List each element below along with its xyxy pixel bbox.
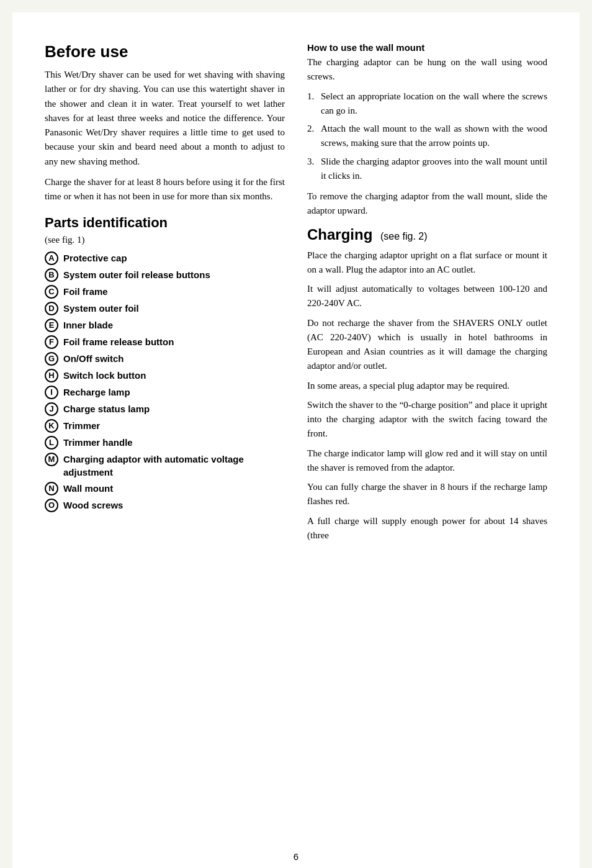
list-item: L Trimmer handle bbox=[45, 436, 285, 450]
list-item: N Wall mount bbox=[45, 482, 285, 495]
part-label-d: D bbox=[45, 302, 58, 315]
before-use-para2: Charge the shaver for at least 8 hours b… bbox=[45, 175, 285, 204]
list-item: G On/Off switch bbox=[45, 352, 285, 366]
list-item: O Wood screws bbox=[45, 499, 285, 512]
part-label-c: C bbox=[45, 285, 58, 299]
part-text-e: Inner blade bbox=[63, 319, 285, 332]
list-item: M Charging adaptor with automatic voltag… bbox=[45, 453, 285, 479]
part-label-b: B bbox=[45, 268, 58, 282]
part-label-g: G bbox=[45, 352, 58, 366]
list-item: A Protective cap bbox=[45, 251, 285, 265]
before-use-title: Before use bbox=[45, 42, 285, 61]
part-label-e: E bbox=[45, 319, 58, 332]
part-text-m: Charging adaptor with automatic voltage … bbox=[63, 453, 285, 479]
part-text-b: System outer foil release buttons bbox=[63, 268, 285, 281]
charging-para-5: The charge indicator lamp will glow red … bbox=[307, 446, 547, 476]
part-label-a: A bbox=[45, 251, 58, 265]
part-text-n: Wall mount bbox=[63, 482, 285, 495]
list-item: D System outer foil bbox=[45, 302, 285, 315]
step-2-text: Attach the wall mount to the wall as sho… bbox=[321, 122, 547, 151]
list-item: J Charge status lamp bbox=[45, 402, 285, 416]
part-text-f: Foil frame release button bbox=[63, 335, 285, 348]
part-label-n: N bbox=[45, 482, 58, 495]
right-column: How to use the wall mount The charging a… bbox=[307, 42, 547, 548]
wall-mount-remove: To remove the charging adaptor from the … bbox=[307, 189, 547, 219]
step-3-text: Slide the charging adaptor grooves into … bbox=[321, 155, 547, 184]
charging-para-3: In some areas, a special plug adaptor ma… bbox=[307, 379, 547, 393]
part-label-m: M bbox=[45, 453, 58, 466]
part-label-f: F bbox=[45, 335, 58, 349]
list-item: K Trimmer bbox=[45, 419, 285, 433]
list-item: 3. Slide the charging adaptor grooves in… bbox=[307, 155, 547, 184]
see-fig-label: (see fig. 1) bbox=[45, 235, 285, 245]
part-label-k: K bbox=[45, 419, 58, 433]
wall-mount-steps: 1. Select an appropriate location on the… bbox=[307, 89, 547, 184]
part-text-a: Protective cap bbox=[63, 251, 285, 264]
charging-para-7: A full charge will supply enough power f… bbox=[307, 514, 547, 543]
part-label-i: I bbox=[45, 386, 58, 399]
page-number: 6 bbox=[294, 851, 298, 862]
charging-title: Charging (see fig. 2) bbox=[307, 226, 547, 243]
part-text-h: Switch lock button bbox=[63, 369, 285, 382]
list-item: H Switch lock button bbox=[45, 369, 285, 382]
charging-para-2: Do not recharge the shaver from the SHAV… bbox=[307, 316, 547, 374]
charging-para-0: Place the charging adaptor upright on a … bbox=[307, 248, 547, 278]
page: Before use This Wet/Dry shaver can be us… bbox=[12, 12, 580, 868]
part-text-i: Recharge lamp bbox=[63, 386, 285, 399]
part-label-o: O bbox=[45, 499, 58, 512]
charging-para-4: Switch the shaver to the “0-charge posit… bbox=[307, 398, 547, 441]
list-item: C Foil frame bbox=[45, 285, 285, 299]
list-item: E Inner blade bbox=[45, 319, 285, 332]
charging-section: Charging (see fig. 2) Place the charging… bbox=[307, 226, 547, 543]
step-1-text: Select an appropriate location on the wa… bbox=[321, 89, 547, 119]
parts-title: Parts identification bbox=[45, 215, 285, 231]
before-use-para1: This Wet/Dry shaver can be used for wet … bbox=[45, 68, 285, 169]
part-text-o: Wood screws bbox=[63, 499, 285, 512]
wall-mount-intro: The charging adaptor can be hung on the … bbox=[307, 55, 547, 84]
list-item: F Foil frame release button bbox=[45, 335, 285, 349]
parts-list: A Protective cap B System outer foil rel… bbox=[45, 251, 285, 512]
part-label-l: L bbox=[45, 436, 58, 450]
part-label-j: J bbox=[45, 402, 58, 416]
list-item: I Recharge lamp bbox=[45, 386, 285, 399]
part-text-j: Charge status lamp bbox=[63, 402, 285, 415]
list-item: 1. Select an appropriate location on the… bbox=[307, 89, 547, 119]
two-column-layout: Before use This Wet/Dry shaver can be us… bbox=[45, 42, 547, 548]
list-item: B System outer foil release buttons bbox=[45, 268, 285, 282]
part-text-g: On/Off switch bbox=[63, 352, 285, 365]
left-column: Before use This Wet/Dry shaver can be us… bbox=[45, 42, 285, 548]
parts-identification-section: Parts identification (see fig. 1) A Prot… bbox=[45, 215, 285, 512]
part-text-k: Trimmer bbox=[63, 419, 285, 432]
charging-para-1: It will adjust automatically to voltages… bbox=[307, 282, 547, 311]
part-label-h: H bbox=[45, 369, 58, 382]
wall-mount-title: How to use the wall mount bbox=[307, 42, 547, 53]
part-text-c: Foil frame bbox=[63, 285, 285, 298]
charging-fig: (see fig. 2) bbox=[380, 231, 428, 242]
part-text-l: Trimmer handle bbox=[63, 436, 285, 449]
part-text-d: System outer foil bbox=[63, 302, 285, 315]
charging-para-6: You can fully charge the shaver in 8 hou… bbox=[307, 480, 547, 509]
list-item: 2. Attach the wall mount to the wall as … bbox=[307, 122, 547, 151]
